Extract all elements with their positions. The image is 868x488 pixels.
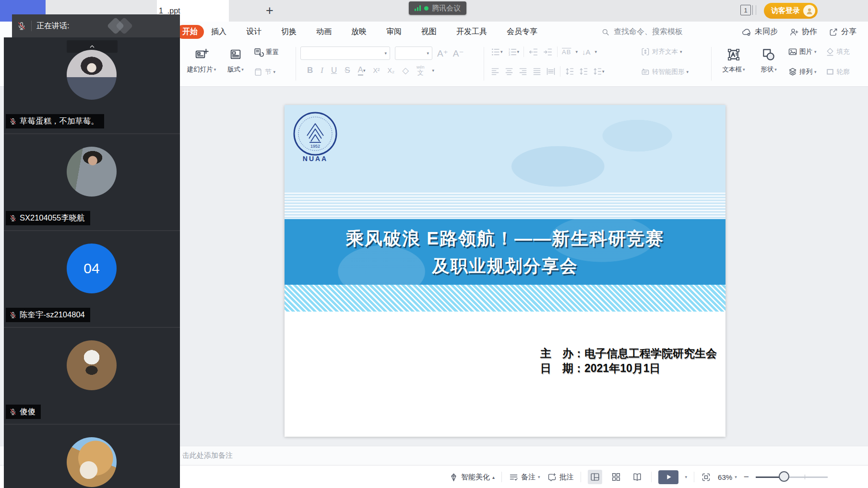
line-spacing-up-button[interactable] [565,67,574,76]
participant-tile[interactable]: 草莓蛋糕，不加草莓。 [4,37,180,134]
arrange-button[interactable]: 排列▾ [788,67,817,77]
smart-beautify-button[interactable]: 智能美化 ▴ [449,472,495,482]
font-name-combo[interactable]: ▾ [300,46,390,60]
numbered-list-button[interactable]: ▾ [507,47,520,57]
superscript-button[interactable]: X² [373,67,380,74]
bold-button[interactable]: B [307,66,313,75]
comments-button[interactable]: 批注 [547,472,574,482]
play-options-caret[interactable]: ▾ [685,475,688,479]
section-button[interactable]: 节▾ [253,67,275,77]
view-sorter-button[interactable] [609,470,623,484]
tab-view[interactable]: 视图 [421,27,437,37]
new-slide-button[interactable]: 建幻灯片▾ [181,44,222,74]
meeting-pill-label: 腾讯会议 [432,4,461,13]
distribute-button[interactable] [546,67,556,76]
guest-login-button[interactable]: 访客登录 [764,3,818,19]
fit-window-button[interactable] [701,472,711,482]
shapes-button[interactable]: 形状▾ [755,44,783,74]
comment-icon [547,472,557,482]
avatar: 04 [67,244,117,293]
notes-button[interactable]: 备注 ▾ [509,472,540,482]
justify-button[interactable] [532,67,542,76]
underline-button[interactable]: U [331,66,337,75]
collaborate-button[interactable]: 协作 [789,27,817,37]
participant-tile[interactable]: SX2104055李晓航 [4,134,180,231]
tencent-meeting-pill[interactable]: 腾讯会议 [409,1,466,15]
char-spacing-button[interactable]: AB [562,48,571,56]
shrink-font-button[interactable]: A⁻ [453,48,464,59]
participant-tile[interactable] [4,425,180,488]
tab-slideshow[interactable]: 放映 [351,27,367,37]
tab-developer[interactable]: 开发工具 [456,27,487,37]
tab-membership[interactable]: 会员专享 [507,27,537,37]
signal-bars-icon [415,5,421,11]
fill-button[interactable]: 填充 [825,47,850,57]
pinyin-button[interactable]: wén文 [416,65,425,76]
mic-muted-icon [9,214,17,222]
tab-animation[interactable]: 动画 [316,27,332,37]
font-color-button[interactable]: A▾ [358,66,366,76]
document-tab-title: 1_.ppt [159,7,180,15]
strikethrough-button[interactable]: S [345,66,350,75]
avatar [67,340,117,390]
line-spacing-down-button[interactable] [579,67,588,76]
font-size-combo[interactable]: ▾ [395,46,432,60]
tab-transition[interactable]: 切换 [281,27,297,37]
new-tab-button[interactable]: + [262,3,277,18]
layout-button[interactable]: 版式▾ [222,44,250,74]
slide[interactable]: 1952 NUAA 乘风破浪 E路领航！——新生科研竞赛 及职业规划分享会 主 … [285,105,725,437]
italic-button[interactable]: I [321,66,323,75]
tab-design[interactable]: 设计 [246,27,262,37]
meeting-speaking-header[interactable]: 正在讲话: [12,14,180,37]
participant-tile[interactable]: 04 陈奎宇-sz2104804 [4,231,180,328]
zoom-slider-thumb[interactable] [779,471,789,482]
tab-home[interactable]: 开始 [176,25,204,39]
slide-title-block[interactable]: 乘风破浪 E路领航！——新生科研竞赛 及职业规划分享会 [285,219,725,285]
outline-button[interactable]: 轮廓 [825,67,850,77]
indent-button[interactable] [543,47,553,57]
grow-font-button[interactable]: A⁺ [437,48,448,59]
bullet-list-button[interactable]: ▾ [490,47,503,57]
window-count-value: 1 [740,5,751,15]
horizontal-stripes-band [285,193,725,219]
nuaa-seal-logo[interactable]: 1952 NUAA [292,111,338,164]
sync-status-button[interactable]: 未同步 [741,27,778,37]
tab-review[interactable]: 审阅 [386,27,402,37]
outdent-button[interactable] [528,47,538,57]
slide-organizer-block[interactable]: 主 办：电子信息工程学院研究生会 日 期：2021年10月1日 [540,346,717,376]
subscript-button[interactable]: X₂ [387,67,394,74]
zoom-level-value: 63% [718,473,732,481]
picture-button[interactable]: 图片▾ [788,47,817,57]
text-direction-button[interactable]: ↓A [582,48,591,56]
zoom-level-button[interactable]: 63% ▾ [718,473,737,481]
ribbon-right-actions: 未同步 协作 分享 [741,22,856,42]
participant-tile[interactable]: 傻傻 [4,328,180,425]
line-spacing-button[interactable]: ▾ [593,67,605,76]
zoom-out-button[interactable]: − [744,472,749,482]
command-search[interactable]: 查找命令、搜索模板 [601,22,683,42]
reset-button[interactable]: 重置 [253,47,279,58]
zoom-slider[interactable] [756,470,828,484]
ribbon-tabs: 插入 设计 切换 动画 放映 审阅 视图 开发工具 会员专享 [211,22,537,42]
participant-name: 陈奎宇-sz2104804 [20,310,85,320]
view-reading-button[interactable] [630,470,644,484]
avatar [67,147,117,197]
date-line: 日 期：2021年10月1日 [540,361,717,376]
avatar-badge: 04 [83,260,99,277]
align-left-button[interactable] [490,67,500,76]
slide-header-area: 1952 NUAA [285,105,725,193]
mic-muted-icon [9,408,17,416]
share-button[interactable]: 分享 [829,27,856,37]
align-right-button[interactable] [518,67,528,76]
clear-format-button[interactable]: ◇ [402,65,409,76]
share-icon [829,27,838,37]
align-center-button[interactable] [504,67,514,76]
slideshow-play-button[interactable] [658,470,678,484]
tab-insert[interactable]: 插入 [211,27,226,37]
text-box-button[interactable]: 文本框▾ [716,44,751,74]
smart-graphic-button[interactable]: 转智能图形▾ [641,67,689,77]
window-count-indicator[interactable]: 1 [740,5,756,15]
view-normal-button[interactable] [588,470,602,484]
align-text-button[interactable]: 对齐文本▾ [641,47,682,57]
slide-footer-area: 主 办：电子信息工程学院研究生会 日 期：2021年10月1日 [285,312,725,437]
